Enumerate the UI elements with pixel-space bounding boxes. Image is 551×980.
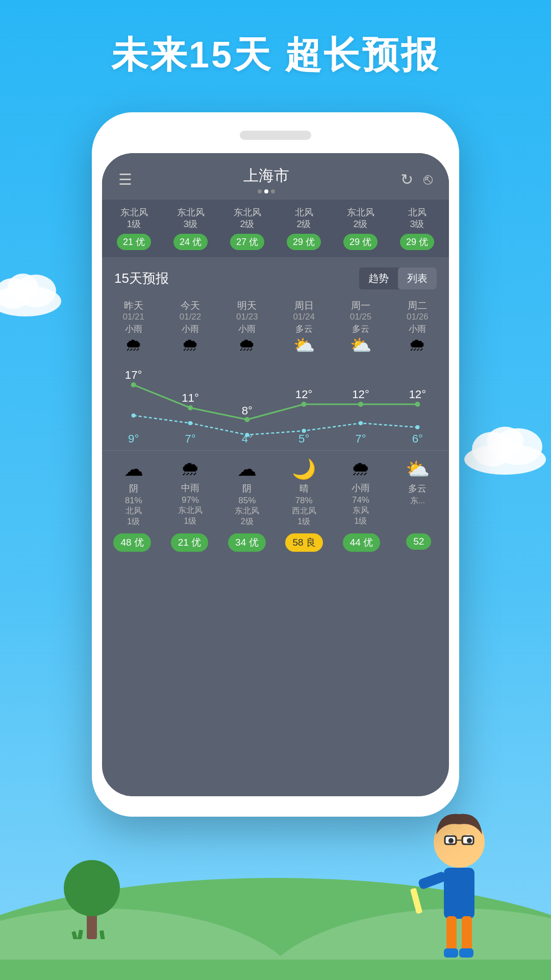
low-dot-2 bbox=[188, 421, 192, 425]
aqi-badge-1: 21 优 bbox=[117, 234, 151, 250]
bottom-desc-2: 中雨 bbox=[162, 482, 218, 495]
bottom-col-2: 🌧 中雨 97% 东北风1级 bbox=[162, 458, 218, 527]
forecast-title: 15天预报 bbox=[114, 270, 169, 287]
bottom-icon-5: 🌧 bbox=[332, 458, 389, 480]
title-text: 未来15天 超长预报 bbox=[111, 34, 440, 75]
bottom-wind-4: 西北风1级 bbox=[276, 506, 332, 527]
bottom-pct-1: 81% bbox=[105, 496, 162, 506]
bottom-wind-6: 东... bbox=[389, 496, 446, 506]
page-dots bbox=[243, 189, 289, 193]
svg-text:17°: 17° bbox=[125, 369, 142, 382]
high-dot-4 bbox=[302, 402, 307, 407]
bottom-icons-row: ☁ 阴 81% 北风1级 🌧 中雨 97% 东北风1级 ☁ 阴 85% bbox=[102, 451, 449, 529]
aqi-badge-3: 27 优 bbox=[230, 234, 264, 250]
main-title: 未来15天 超长预报 bbox=[0, 31, 551, 80]
day-col-3: 明天 01/23 小雨 🌧 bbox=[219, 297, 276, 359]
forecast-section: 15天预报 趋势 列表 昨天 01/21 小雨 🌧 今天 01/22 小雨 bbox=[102, 257, 449, 559]
svg-rect-27 bbox=[77, 929, 83, 939]
svg-text:5°: 5° bbox=[298, 433, 309, 446]
bottom-col-5: 🌧 小雨 74% 东风1级 bbox=[332, 458, 389, 527]
day-col-6: 周二 01/26 小雨 🌧 bbox=[389, 297, 446, 359]
aqi-badge-4: 29 优 bbox=[287, 234, 321, 250]
day-icon-3: 🌧 bbox=[220, 335, 274, 355]
svg-rect-29 bbox=[444, 868, 474, 919]
day-label-3: 明天 bbox=[220, 300, 274, 312]
bottom-wind-3: 东北风2级 bbox=[219, 506, 276, 527]
svg-point-34 bbox=[467, 838, 472, 843]
day-icon-4: ⛅ bbox=[277, 335, 331, 355]
day-date-2: 01/22 bbox=[163, 312, 217, 322]
day-label-2: 今天 bbox=[163, 300, 217, 312]
refresh-icon[interactable]: ↻ bbox=[400, 170, 413, 188]
bottom-aqi-3: 34 优 bbox=[220, 533, 274, 552]
svg-text:6°: 6° bbox=[412, 433, 423, 446]
tab-trend[interactable]: 趋势 bbox=[359, 267, 398, 289]
bottom-icon-6: ⛅ bbox=[389, 458, 446, 480]
bottom-pct-2: 97% bbox=[162, 495, 218, 505]
bottom-icon-3: ☁ bbox=[219, 458, 276, 480]
day-icon-6: 🌧 bbox=[390, 335, 445, 355]
wind-2: 东北风3级 bbox=[164, 207, 217, 231]
aqi-col-2: 东北风3级 24 优 bbox=[164, 207, 217, 250]
bottom-icon-1: ☁ bbox=[105, 458, 162, 480]
day-date-3: 01/23 bbox=[220, 312, 274, 322]
day-date-6: 01/26 bbox=[390, 312, 445, 322]
svg-text:4°: 4° bbox=[242, 433, 253, 446]
day-weather-6: 小雨 bbox=[390, 323, 445, 335]
header-actions: ↻ ⎋ bbox=[400, 170, 433, 188]
cloud-left bbox=[0, 265, 66, 318]
svg-point-25 bbox=[64, 860, 120, 916]
forecast-header: 15天预报 趋势 列表 bbox=[102, 257, 449, 297]
bottom-wind-2: 东北风1级 bbox=[162, 505, 218, 527]
bottom-desc-1: 阴 bbox=[105, 482, 162, 495]
bottom-pct-4: 78% bbox=[276, 496, 332, 506]
aqi-badge-6: 29 优 bbox=[400, 234, 434, 250]
svg-text:7°: 7° bbox=[185, 433, 195, 446]
svg-point-3 bbox=[8, 274, 38, 300]
day-col-1: 昨天 01/21 小雨 🌧 bbox=[105, 297, 162, 359]
day-label-6: 周二 bbox=[390, 300, 445, 312]
phone-screen: ☰ 上海市 ↻ ⎋ 东北风1级 21 优 东北风3级 2 bbox=[102, 153, 449, 796]
day-weather-4: 多云 bbox=[277, 323, 331, 335]
low-dot-1 bbox=[132, 413, 136, 418]
bottom-col-6: ⛅ 多云 东... bbox=[389, 458, 446, 527]
bottom-col-1: ☁ 阴 81% 北风1级 bbox=[105, 458, 162, 527]
share-icon[interactable]: ⎋ bbox=[423, 170, 433, 188]
bottom-desc-6: 多云 bbox=[389, 482, 446, 495]
aqi-badge-5: 29 优 bbox=[343, 234, 378, 250]
svg-rect-28 bbox=[99, 930, 105, 939]
bottom-col-3: ☁ 阴 85% 东北风2级 bbox=[219, 458, 276, 527]
day-label-4: 周日 bbox=[277, 300, 331, 312]
high-dot-5 bbox=[358, 402, 363, 407]
city-name: 上海市 bbox=[243, 165, 289, 186]
temp-svg: 17° 11° 8° 12° 12° 12° 9° 7° 4° 5° 7° 6° bbox=[105, 363, 446, 445]
aqi-col-4: 北风2级 29 优 bbox=[277, 207, 331, 250]
forecast-tabs: 趋势 列表 bbox=[359, 267, 437, 289]
high-dot-2 bbox=[188, 405, 193, 410]
high-temp-line bbox=[134, 385, 418, 420]
day-date-1: 01/21 bbox=[106, 312, 161, 322]
svg-rect-39 bbox=[462, 916, 472, 952]
dot-1 bbox=[258, 189, 262, 193]
high-dot-6 bbox=[415, 402, 420, 407]
day-icon-1: 🌧 bbox=[106, 335, 161, 355]
aqi-pill-2: 21 优 bbox=[171, 533, 208, 552]
day-col-2: 今天 01/22 小雨 🌧 bbox=[162, 297, 218, 359]
bottom-icon-4: 🌙 bbox=[276, 458, 332, 480]
tab-list[interactable]: 列表 bbox=[398, 267, 437, 289]
svg-rect-23 bbox=[0, 960, 551, 980]
high-dot-1 bbox=[131, 382, 136, 387]
day-weather-5: 多云 bbox=[333, 323, 388, 335]
aqi-pill-1: 48 优 bbox=[113, 533, 151, 552]
day-weather-2: 小雨 bbox=[163, 323, 217, 335]
aqi-row: 东北风1级 21 优 东北风3级 24 优 东北风2级 27 优 北风2级 29… bbox=[102, 200, 449, 257]
day-col-4: 周日 01/24 多云 ⛅ bbox=[276, 297, 332, 359]
bottom-wind-5: 东风1级 bbox=[332, 505, 389, 527]
day-icon-2: 🌧 bbox=[163, 335, 217, 355]
day-date-4: 01/24 bbox=[277, 312, 331, 322]
day-icon-5: ⛅ bbox=[333, 335, 388, 355]
menu-icon[interactable]: ☰ bbox=[118, 170, 132, 188]
day-date-5: 01/25 bbox=[333, 312, 388, 322]
wind-3: 东北风2级 bbox=[220, 207, 274, 231]
bottom-pct-5: 74% bbox=[332, 495, 389, 505]
